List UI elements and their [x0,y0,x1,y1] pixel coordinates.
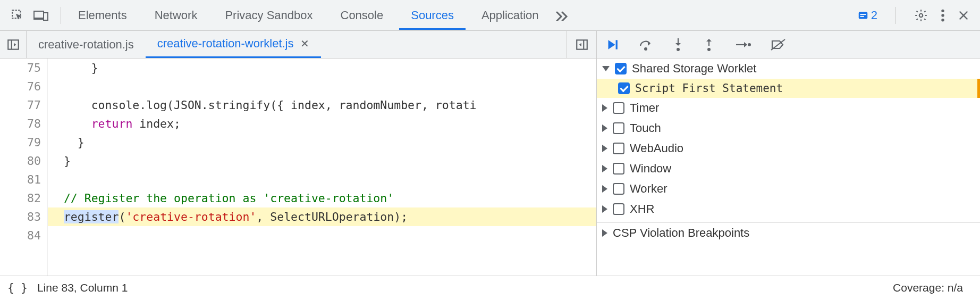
checkbox-shared-storage[interactable] [615,63,627,74]
code-line: } [48,152,596,170]
bp-category-label: WebAudio [630,142,683,155]
sources-subbar: creative-rotation.js creative-rotation-w… [0,31,980,59]
show-debugger-toggle[interactable] [567,31,596,58]
chevron-right-icon [602,165,607,172]
step-icon[interactable] [734,39,751,51]
tab-sources[interactable]: Sources [399,1,466,30]
debugger-controls [596,31,980,58]
svg-rect-3 [44,13,48,20]
checkbox-script-first[interactable] [618,82,630,94]
coverage-status: Coverage: n/a [893,281,973,294]
toolbar-divider [61,7,61,24]
line-number: 79 [0,133,41,152]
kebab-icon[interactable] [941,9,945,22]
chevron-right-icon [602,229,607,237]
code-line: } [48,133,596,152]
svg-point-19 [748,43,751,46]
resume-icon[interactable] [604,38,619,52]
bp-category-shared-storage-worklet[interactable]: Shared Storage Worklet [597,59,980,79]
editor-pane[interactable]: 75 76 77 78 79 80 81 82 83 84 } console.… [0,59,596,276]
panel-right-icon [575,38,589,52]
gear-icon[interactable] [914,9,928,22]
svg-rect-6 [860,15,864,16]
code-line: } [48,59,596,77]
bp-category-webaudio[interactable]: WebAudio [597,138,980,159]
tab-elements[interactable]: Elements [66,1,139,30]
file-tab-label: creative-rotation-worklet.js [157,37,294,51]
code-line [48,226,596,245]
file-tab-creative-rotation-worklet[interactable]: creative-rotation-worklet.js ✕ [146,31,321,58]
more-tabs-icon[interactable] [555,10,570,21]
navigator-toggle[interactable] [0,31,27,58]
step-out-icon[interactable] [703,37,715,52]
main-tabs: Elements Network Privacy Sandbox Console… [66,1,857,30]
file-tabs: creative-rotation.js creative-rotation-w… [27,31,321,58]
checkbox-xhr[interactable] [613,203,624,215]
checkbox-webaudio[interactable] [613,143,624,154]
bp-item-label: Script First Statement [635,82,783,95]
svg-point-17 [677,48,680,51]
content-area: 75 76 77 78 79 80 81 82 83 84 } console.… [0,59,980,276]
tab-application[interactable]: Application [470,1,551,30]
bp-category-label: Window [630,162,671,176]
checkbox-worker[interactable] [613,183,624,195]
close-tab-icon[interactable]: ✕ [300,37,309,50]
chevron-right-icon [602,205,607,213]
issues-badge[interactable]: 2 [857,9,877,22]
bp-category-timer[interactable]: Timer [597,98,980,118]
svg-rect-11 [8,40,19,49]
svg-point-18 [707,48,711,51]
bp-item-script-first-statement[interactable]: Script First Statement [597,79,980,98]
toolbar-divider [895,7,896,24]
line-number: 78 [0,114,41,133]
bp-category-xhr[interactable]: XHR [597,199,980,219]
file-tab-creative-rotation[interactable]: creative-rotation.js [27,31,146,58]
step-over-icon[interactable] [638,38,653,52]
checkbox-timer[interactable] [613,102,624,114]
breakpoints-pane: Shared Storage Worklet Script First Stat… [596,59,980,276]
code-line [48,170,596,189]
panel-left-icon [6,38,20,52]
bp-section-csp-violation[interactable]: CSP Violation Breakpoints [597,223,980,243]
chevron-down-icon [602,66,610,71]
svg-point-10 [941,18,944,21]
svg-point-7 [919,13,923,17]
chevron-right-icon [602,185,607,193]
svg-rect-15 [616,40,618,49]
inspect-icon[interactable] [11,9,24,22]
checkbox-window[interactable] [613,163,624,175]
svg-point-8 [941,9,944,12]
line-number: 80 [0,152,41,170]
chevron-right-icon [602,124,607,132]
checkbox-touch[interactable] [613,122,624,134]
code-area[interactable]: } console.log(JSON.stringify({ index, ra… [48,59,596,276]
subbar-left: creative-rotation.js creative-rotation-w… [0,31,596,58]
bp-category-window[interactable]: Window [597,159,980,179]
tab-network[interactable]: Network [143,1,209,30]
statusbar: { } Line 83, Column 1 Coverage: n/a [0,276,980,299]
file-tab-label: creative-rotation.js [38,38,134,52]
line-number: 76 [0,77,41,96]
line-number: 83 [0,207,41,226]
bp-category-touch[interactable]: Touch [597,118,980,138]
deactivate-breakpoints-icon[interactable] [770,38,786,51]
bp-category-worker[interactable]: Worker [597,179,980,199]
pretty-print-icon[interactable]: { } [7,281,28,294]
bp-category-label: XHR [630,202,654,216]
cursor-position: Line 83, Column 1 [37,281,128,294]
chevron-right-icon [602,104,607,112]
bp-category-label: Timer [630,101,659,115]
svg-point-16 [644,47,647,51]
issues-count: 2 [871,9,877,22]
code-line: console.log(JSON.stringify({ index, rand… [48,96,596,114]
issues-icon [857,10,869,21]
bp-category-label: Touch [630,121,661,135]
line-number: 77 [0,96,41,114]
device-toggle-icon[interactable] [33,9,49,22]
chevron-right-icon [602,145,607,152]
bp-category-label: Shared Storage Worklet [632,62,756,76]
close-icon[interactable] [958,10,969,21]
tab-privacy-sandbox[interactable]: Privacy Sandbox [213,1,324,30]
tab-console[interactable]: Console [329,1,395,30]
step-into-icon[interactable] [672,37,684,52]
